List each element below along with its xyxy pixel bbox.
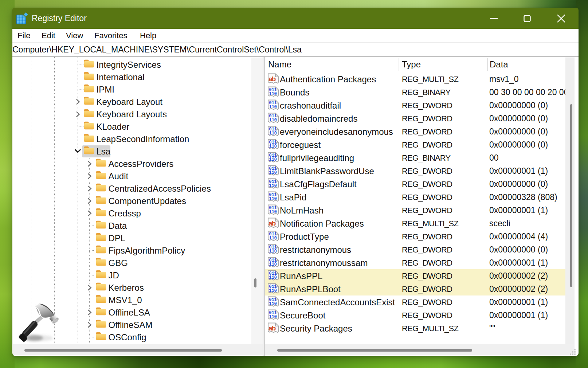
svg-text:110: 110 (269, 183, 277, 188)
svg-text:110: 110 (269, 144, 277, 149)
svg-text:110: 110 (269, 301, 277, 306)
svg-text:110: 110 (269, 131, 277, 136)
svg-text:110: 110 (269, 210, 277, 215)
svg-text:110: 110 (269, 91, 277, 97)
svg-text:110: 110 (269, 170, 277, 175)
svg-text:110: 110 (269, 249, 277, 254)
svg-text:110: 110 (269, 314, 277, 320)
svg-text:110: 110 (269, 118, 277, 123)
svg-text:110: 110 (269, 157, 277, 162)
svg-text:110: 110 (269, 236, 277, 241)
svg-text:110: 110 (269, 105, 277, 110)
svg-text:110: 110 (269, 262, 277, 267)
svg-text:110: 110 (269, 196, 277, 201)
svg-text:ab: ab (268, 324, 276, 332)
svg-text:ab: ab (268, 75, 276, 83)
svg-text:110: 110 (269, 288, 277, 293)
svg-text:110: 110 (269, 275, 277, 280)
svg-text:ab: ab (268, 219, 276, 227)
